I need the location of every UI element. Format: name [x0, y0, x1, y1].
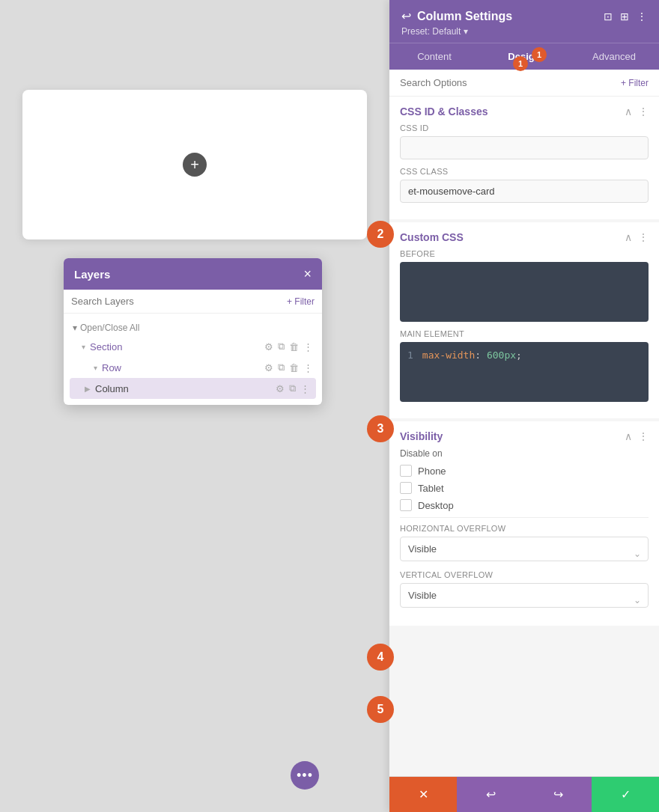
phone-checkbox-row[interactable]: Phone: [400, 465, 649, 477]
undo-icon: ↩: [486, 787, 496, 802]
column-duplicate-icon[interactable]: ⧉: [289, 382, 296, 394]
save-button[interactable]: ✓: [592, 777, 659, 812]
desktop-checkbox[interactable]: [400, 499, 412, 511]
column-arrow-icon: ▶: [85, 385, 91, 393]
panel-title-row: ↩ Column Settings ⊡ ⊞ ⋮: [401, 9, 647, 23]
css-id-input[interactable]: [400, 136, 649, 159]
column-settings-icon[interactable]: ⚙: [276, 383, 285, 394]
open-close-all-button[interactable]: ▾ Open/Close All: [64, 320, 322, 336]
css-class-label: CSS Class: [400, 167, 649, 176]
step-badge-4: 4: [367, 644, 394, 671]
before-label: Before: [400, 249, 649, 258]
tablet-label: Tablet: [418, 483, 444, 494]
add-element-button[interactable]: +: [183, 153, 207, 177]
layers-filter-button[interactable]: + Filter: [287, 296, 315, 307]
redo-icon: ↪: [553, 787, 563, 802]
visibility-collapse-icon[interactable]: ∧: [625, 430, 632, 442]
redo-button[interactable]: ↪: [524, 777, 592, 812]
custom-css-collapse-icon[interactable]: ∧: [625, 231, 632, 243]
grid-icon[interactable]: ⊞: [620, 10, 629, 22]
section-more-icon[interactable]: ⋮: [303, 341, 313, 352]
layer-item-column[interactable]: ▶ Column ⚙ ⧉ ⋮: [70, 378, 316, 399]
panel-preset[interactable]: Preset: Default ▾: [401, 26, 647, 37]
step-badge-5: 5: [367, 696, 394, 723]
layer-item-row[interactable]: ▾ Row ⚙ ⧉ 🗑 ⋮: [64, 357, 322, 378]
panel-title-icons: ⊡ ⊞ ⋮: [604, 10, 647, 22]
section-arrow-icon: ▾: [82, 343, 85, 351]
step-badge-3: 3: [367, 415, 394, 442]
section-label: Section: [90, 341, 264, 352]
column-actions: ⚙ ⧉ ⋮: [276, 382, 310, 394]
css-id-label: CSS ID: [400, 123, 649, 132]
visibility-header: Visibility ∧ ⋮: [389, 421, 659, 448]
tab-content[interactable]: Content: [389, 43, 479, 70]
column-more-icon[interactable]: ⋮: [300, 383, 310, 394]
panel-actions: ✕ ↩ ↪ ✓: [389, 776, 659, 812]
tab-advanced[interactable]: Advanced: [569, 43, 659, 70]
cancel-icon: ✕: [419, 787, 428, 802]
custom-css-more-icon[interactable]: ⋮: [638, 231, 649, 243]
vertical-overflow-select[interactable]: Visible Hidden Scroll Auto: [400, 583, 649, 608]
vertical-overflow-select-wrapper: Visible Hidden Scroll Auto ⌄: [400, 583, 649, 617]
vertical-overflow-label: Vertical Overflow: [400, 570, 649, 579]
row-delete-icon[interactable]: 🗑: [289, 362, 299, 373]
row-duplicate-icon[interactable]: ⧉: [278, 361, 285, 373]
custom-css-header: Custom CSS ∧ ⋮: [389, 222, 659, 249]
panel-search-input[interactable]: [400, 77, 615, 88]
tab-design-badge: 1: [532, 47, 547, 62]
save-icon: ✓: [621, 787, 631, 802]
custom-css-body: Before Main Element 1max-width: 600px;: [389, 249, 659, 418]
divider: [400, 517, 649, 518]
column-label: Column: [95, 383, 276, 394]
section-settings-icon[interactable]: ⚙: [264, 341, 273, 352]
custom-css-title: Custom CSS: [400, 231, 464, 243]
panel-title-left: ↩ Column Settings: [401, 9, 512, 23]
layer-item-section[interactable]: ▾ Section ⚙ ⧉ 🗑 ⋮: [64, 336, 322, 357]
section-duplicate-icon[interactable]: ⧉: [278, 341, 285, 352]
row-arrow-icon: ▾: [94, 364, 97, 372]
main-element-css-editor[interactable]: 1max-width: 600px;: [400, 342, 649, 402]
panel-filter-button[interactable]: + Filter: [621, 78, 649, 88]
row-more-icon[interactable]: ⋮: [303, 362, 313, 373]
before-css-editor[interactable]: [400, 262, 649, 322]
open-close-arrow: ▾: [73, 323, 77, 333]
panel-title: Column Settings: [417, 10, 512, 23]
disable-on-label: Disable on: [400, 448, 649, 459]
css-class-input[interactable]: [400, 180, 649, 203]
cancel-button[interactable]: ✕: [389, 777, 457, 812]
row-label: Row: [102, 362, 264, 373]
undo-button[interactable]: ↩: [457, 777, 524, 812]
layers-panel: Layers × + Filter ▾ Open/Close All ▾ Sec…: [64, 258, 322, 405]
more-icon[interactable]: ⋮: [637, 10, 647, 22]
layers-search-bar: + Filter: [64, 290, 322, 314]
main-element-label: Main Element: [400, 329, 649, 338]
layers-search-input[interactable]: [71, 296, 281, 307]
layers-title: Layers: [74, 268, 110, 281]
plus-icon: +: [190, 156, 199, 174]
resize-icon[interactable]: ⊡: [604, 10, 613, 22]
section-delete-icon[interactable]: 🗑: [289, 341, 299, 352]
row-settings-icon[interactable]: ⚙: [264, 362, 273, 373]
more-options-button[interactable]: •••: [291, 761, 319, 790]
layers-content: ▾ Open/Close All ▾ Section ⚙ ⧉ 🗑 ⋮ ▾ Row: [64, 314, 322, 405]
design-tab-badge: 1: [513, 56, 528, 71]
horizontal-overflow-select[interactable]: Visible Hidden Scroll Auto: [400, 537, 649, 561]
phone-checkbox[interactable]: [400, 465, 412, 477]
layers-close-button[interactable]: ×: [303, 267, 312, 281]
visibility-more-icon[interactable]: ⋮: [638, 430, 649, 442]
tablet-checkbox-row[interactable]: Tablet: [400, 482, 649, 494]
css-id-classes-more-icon[interactable]: ⋮: [638, 106, 649, 117]
css-value: 600px: [487, 349, 516, 361]
settings-panel: ↩ Column Settings ⊡ ⊞ ⋮ Preset: Default …: [389, 0, 659, 812]
desktop-label: Desktop: [418, 500, 454, 511]
layers-header: Layers ×: [64, 258, 322, 290]
css-id-classes-collapse-icon[interactable]: ∧: [625, 106, 632, 117]
css-id-classes-controls: ∧ ⋮: [625, 106, 649, 117]
step-badge-2: 2: [367, 221, 394, 248]
back-icon[interactable]: ↩: [401, 9, 411, 23]
desktop-checkbox-row[interactable]: Desktop: [400, 499, 649, 511]
css-id-classes-header: CSS ID & Classes ∧ ⋮: [389, 97, 659, 123]
tablet-checkbox[interactable]: [400, 482, 412, 494]
visibility-body: Disable on Phone Tablet Desktop Horizont…: [389, 448, 659, 626]
visibility-controls: ∧ ⋮: [625, 430, 649, 442]
